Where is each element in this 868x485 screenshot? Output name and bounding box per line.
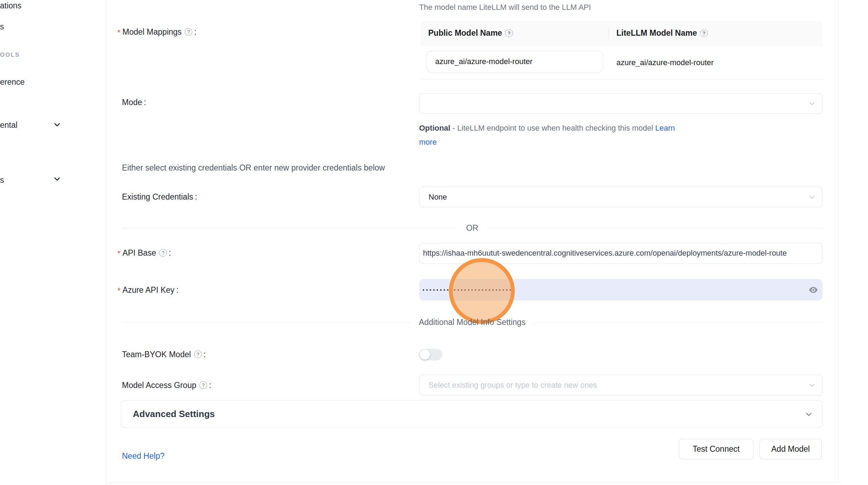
model-name-hint: The model name LiteLLM will send to the … [419,3,591,12]
model-mappings-table: Public Model Name ? LiteLLM Model Name ?… [421,21,822,79]
card-right-edge [838,0,839,483]
required-marker: * [117,27,121,38]
or-divider: OR [122,223,822,233]
model-access-group-label: Model Access Group ? : [122,380,211,390]
model-access-group-select[interactable]: Select existing groups or type to create… [419,375,822,396]
test-connect-button[interactable]: Test Connect [679,439,753,459]
litellm-model-name-value: azure_ai/azure-model-router [616,46,714,79]
table-row: azure_ai/azure-model-router azure_ai/azu… [421,46,822,79]
chevron-down-icon [53,120,62,131]
help-icon[interactable]: ? [505,29,513,37]
sidebar-item-erence[interactable]: erence [0,77,25,87]
model-mappings-label: * Model Mappings ? : [117,27,197,37]
azure-api-key-input[interactable]: •••••••••••••••••••••••••• [419,279,822,300]
sidebar-item-ations[interactable]: ations [0,1,21,11]
table-header-row: Public Model Name ? LiteLLM Model Name ? [421,21,822,46]
mode-select[interactable] [419,93,822,114]
azure-api-key-label: * Azure API Key : [117,285,178,295]
required-marker: * [117,285,121,296]
additional-settings-divider: Additional Model Info Settings [122,317,822,327]
existing-credentials-label: Existing Credentials: [122,192,197,202]
team-byok-label: Team-BYOK Model ? : [122,349,206,360]
credentials-note: Either select existing credentials OR en… [122,163,385,173]
advanced-settings-accordion[interactable]: Advanced Settings [121,400,822,428]
api-base-label: * API Base ? : [117,248,171,258]
sidebar-divider [106,0,106,485]
add-model-button[interactable]: Add Model [759,439,822,459]
need-help-link[interactable]: Need Help? [122,451,164,461]
sidebar: ations s TOOLS erence ental s [0,0,106,485]
chevron-down-icon [808,381,816,391]
column-header-litellm-model-name: LiteLLM Model Name ? [609,21,822,45]
help-icon[interactable]: ? [194,351,202,358]
card-bottom-edge [106,483,838,483]
learn-more-link[interactable]: more [419,138,437,146]
public-model-name-input[interactable]: azure_ai/azure-model-router [426,51,603,73]
mode-help-text: Optional - LiteLLM endpoint to use when … [419,121,717,149]
help-icon[interactable]: ? [159,249,167,257]
add-model-page: ations s TOOLS erence ental s The model … [0,0,868,485]
chevron-down-icon [805,410,813,420]
sidebar-item-s1[interactable]: s [0,22,4,32]
sidebar-item-s2[interactable]: s [0,175,4,185]
help-icon[interactable]: ? [185,28,192,36]
eye-icon[interactable] [808,285,818,295]
api-base-input[interactable]: https://ishaa-mh6uutut-swedencentral.cog… [419,243,822,264]
team-byok-toggle[interactable] [419,349,442,360]
help-icon[interactable]: ? [199,381,207,389]
masked-password-value: •••••••••••••••••••••••••• [423,279,513,300]
toggle-knob [420,349,430,360]
column-separator [609,27,609,40]
mode-label: Mode: [122,97,146,108]
help-icon[interactable]: ? [700,29,708,37]
learn-more-link[interactable]: Learn [655,124,675,132]
chevron-down-icon [808,100,816,110]
required-marker: * [117,248,121,259]
existing-credentials-select[interactable]: None [419,187,822,207]
sidebar-item-ental[interactable]: ental [0,120,18,130]
chevron-down-icon [808,193,816,203]
column-header-public-model-name: Public Model Name ? [421,21,609,45]
chevron-down-icon [53,174,62,185]
sidebar-section-tools: TOOLS [0,51,20,58]
